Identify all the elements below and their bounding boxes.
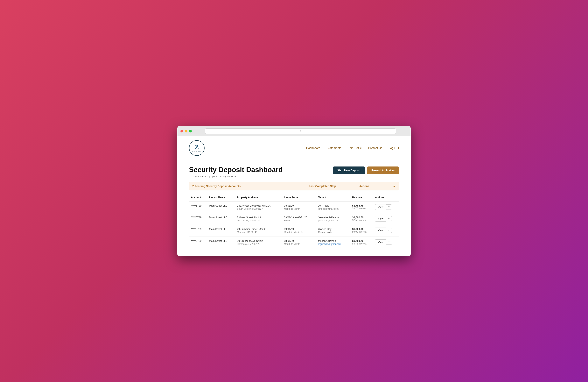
view-button[interactable]: View (375, 216, 386, 222)
table-row: *****6789Main Street LLC3 Grant Street, … (189, 213, 399, 225)
cell-address: 49 Summer Street, Unit 2Medford, MA 0214… (235, 225, 282, 236)
col-address: Property Address (235, 193, 282, 201)
dashboard-header: Security Deposit Dashboard Create and ma… (189, 166, 399, 178)
window-content: Z DEPOSIT Dashboard Statements Edit Prof… (177, 136, 411, 256)
maximize-button[interactable] (189, 130, 192, 132)
col-account: Account (189, 193, 207, 201)
cell-balance: $2,502.50$2.50 Interest (350, 213, 373, 225)
dropdown-button[interactable]: ▼ (386, 240, 392, 245)
address-bar[interactable]: ☆ (205, 128, 396, 134)
logo-letter: Z (195, 144, 199, 150)
cell-actions: View ▼ (373, 236, 399, 248)
start-new-deposit-button[interactable]: Start New Deposit (333, 167, 365, 174)
table-row: *****6789Main Street LLC30 Crescent Ave … (189, 236, 399, 248)
nav-log-out[interactable]: Log Out (389, 146, 399, 149)
table-row: *****6789Main Street LLC49 Summer Street… (189, 225, 399, 236)
nav-links: Dashboard Statements Edit Profile Contac… (306, 146, 399, 149)
col-actions: Actions (373, 193, 399, 201)
table-header-row: Account Lessor Name Property Address Lea… (189, 193, 399, 201)
cell-tenant: Jeanette Jeffersonjjefferson@mail.com (316, 213, 350, 225)
pending-right: Last Completed Step Actions ▲ (309, 184, 396, 188)
cell-address: 3 Grant Street, Unit 3Dorchester, MA 021… (235, 213, 282, 225)
nav-edit-profile[interactable]: Edit Profile (348, 146, 362, 149)
collapse-icon[interactable]: ▲ (393, 184, 396, 188)
navbar: Z DEPOSIT Dashboard Statements Edit Prof… (177, 136, 411, 160)
cell-tenant: Warren DayResend Invite (316, 225, 350, 236)
cell-tenant: Jon Poolejonpoole@mail.com (316, 201, 350, 213)
pending-bar: 2 Pending Security Deposit Accounts Last… (189, 182, 399, 191)
page-title: Security Deposit Dashboard (189, 166, 283, 174)
cell-account: *****6789 (189, 201, 207, 213)
titlebar: ☆ (177, 126, 411, 136)
cell-lessor: Main Street LLC (207, 213, 235, 225)
cell-account: *****6789 (189, 225, 207, 236)
cell-actions: View ▼ (373, 213, 399, 225)
dashboard-title-group: Security Deposit Dashboard Create and ma… (189, 166, 283, 178)
action-group: View ▼ (375, 239, 397, 245)
cell-address: 30 Crescent Ave Unit 2Dorchester, MA 021… (235, 236, 282, 248)
cell-balance: $3,753.75$3.75 Interest (350, 236, 373, 248)
col-lessor: Lessor Name (207, 193, 235, 201)
cell-balance: $3,753.75$3.75 Interest (350, 201, 373, 213)
nav-dashboard[interactable]: Dashboard (306, 146, 320, 149)
dropdown-button[interactable]: ▼ (386, 204, 392, 210)
action-group: View ▼ (375, 216, 397, 222)
main-content: Security Deposit Dashboard Create and ma… (177, 160, 411, 256)
page-subtitle: Create and manage your security deposits (189, 175, 283, 178)
cell-lease-term: 08/01/19Month to Month (282, 201, 316, 213)
logo-container: Z DEPOSIT (189, 140, 205, 156)
dropdown-button[interactable]: ▼ (386, 216, 392, 221)
view-button[interactable]: View (375, 239, 386, 245)
nav-statements[interactable]: Statements (327, 146, 341, 149)
bookmark-icon: ☆ (299, 130, 302, 132)
header-buttons: Start New Deposit Resend All Invites (333, 167, 399, 174)
cell-account: *****6789 (189, 236, 207, 248)
cell-lessor: Main Street LLC (207, 201, 235, 213)
logo: Z DEPOSIT (189, 140, 205, 156)
send-icon: ✈ (301, 231, 303, 234)
nav-contact-us[interactable]: Contact Us (368, 146, 382, 149)
cell-lease-term: 09/01/19 to 08/31/20Fixed (282, 213, 316, 225)
cell-address: 1433 West Broadway, Unit 1ASouth Boston,… (235, 201, 282, 213)
deposit-table: Account Lessor Name Property Address Lea… (189, 193, 399, 248)
view-button[interactable]: View (375, 228, 386, 233)
table-row: *****6789Main Street LLC1433 West Broadw… (189, 201, 399, 213)
cell-actions: View ▼ (373, 201, 399, 213)
resend-invite[interactable]: Resend Invite (318, 231, 348, 233)
mac-window: ☆ Z DEPOSIT Dashboard Statements Edit Pr… (177, 126, 411, 256)
actions-label: Actions (359, 185, 369, 188)
cell-tenant: Mason Guzmanmguzman@gmail.com (316, 236, 350, 248)
action-group: View ▼ (375, 228, 397, 233)
resend-all-invites-button[interactable]: Resend All Invites (367, 167, 399, 174)
cell-lease-term: 08/01/19Month to Month (282, 236, 316, 248)
cell-actions: View ▼ (373, 225, 399, 236)
logo-subtitle: DEPOSIT (192, 150, 201, 152)
cell-lease-term: 09/01/19Month to Month ✈ (282, 225, 316, 236)
cell-lessor: Main Street LLC (207, 236, 235, 248)
pending-label: 2 Pending Security Deposit Accounts (192, 185, 241, 188)
col-balance: Balance (350, 193, 373, 201)
close-button[interactable] (180, 130, 183, 132)
dropdown-button[interactable]: ▼ (386, 228, 392, 233)
minimize-button[interactable] (185, 130, 188, 132)
col-lease: Lease Term (282, 193, 316, 201)
action-group: View ▼ (375, 204, 397, 210)
cell-lessor: Main Street LLC (207, 225, 235, 236)
tenant-email-link[interactable]: mguzman@gmail.com (318, 243, 341, 245)
cell-balance: $1,000.00$0.00 Interest (350, 225, 373, 236)
view-button[interactable]: View (375, 204, 386, 210)
col-tenant: Tenant (316, 193, 350, 201)
last-completed-label: Last Completed Step (309, 185, 336, 188)
cell-account: *****6789 (189, 213, 207, 225)
